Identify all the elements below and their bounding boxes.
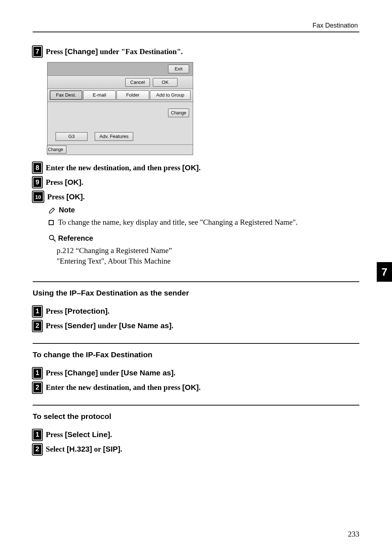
step-keyboard-label: [Change] (65, 47, 98, 56)
step-text: . (110, 430, 112, 439)
section-rule (33, 343, 359, 344)
step-7: 7 Press [Change] under "Fax Destination"… (33, 46, 359, 57)
step-text: . (81, 178, 83, 187)
svg-line-1 (53, 239, 56, 241)
step-text: . (173, 368, 175, 377)
section-heading-sender: Using the IP–Fax Destination as the send… (33, 289, 359, 297)
note-block: Note To change the name, key display and… (49, 206, 359, 228)
step-text: or (92, 445, 103, 453)
step-number-icon: 9 (33, 177, 42, 188)
section-rule (33, 281, 359, 282)
step-text: Enter the new destination, and then pres… (46, 163, 182, 172)
step-keyboard-label: [H.323] (67, 445, 92, 453)
reference-body: p.212 “Changing a Registered Name” "Ente… (57, 245, 359, 267)
section-rule (33, 405, 359, 406)
step-text: Press (47, 192, 66, 201)
note-title-text: Note (59, 206, 75, 214)
reference-line-1: p.212 “Changing a Registered Name” (57, 245, 359, 256)
step-number-icon: 1 (33, 429, 42, 440)
tab-fax-dest[interactable]: Fax Dest. (50, 90, 82, 100)
magnifier-icon (49, 235, 56, 242)
section1-step-1: 1 Press [Protection]. (33, 306, 359, 317)
section2-step-2: 2 Enter the new destination, and then pr… (33, 382, 359, 393)
panel-mid-area: Change G3 Adv. Features (48, 102, 193, 144)
step-number-icon: 8 (33, 162, 42, 173)
note-bullet-icon (49, 220, 54, 225)
step-9: 9 Press [OK]. (33, 177, 359, 188)
step-text: . (121, 445, 122, 453)
header-section-label: Fax Destination (33, 22, 359, 29)
section-heading-change: To change the IP-Fax Destination (33, 350, 359, 359)
cancel-button[interactable]: Cancel (125, 78, 150, 87)
step-number-icon: 1 (33, 306, 42, 317)
step-keyboard-label: [OK] (182, 163, 199, 172)
step-keyboard-label: [Sender] (65, 321, 96, 330)
step-text: . (199, 163, 201, 172)
step-text: Select (46, 445, 67, 453)
step-text: . (171, 321, 173, 330)
adv-features-button[interactable]: Adv. Features (95, 132, 133, 141)
section3-step-2: 2 Select [H.323] or [SIP]. (33, 444, 359, 455)
step-keyboard-label: [OK] (182, 383, 199, 391)
step-text: Press (46, 178, 65, 187)
panel-ok-row: Cancel OK (48, 76, 193, 89)
reference-title: Reference (49, 234, 359, 243)
step-keyboard-label: [Protection] (65, 307, 108, 315)
step-number-icon: 2 (33, 321, 42, 331)
step-keyboard-label: [Use Name as] (119, 321, 172, 330)
step-number-icon: 7 (33, 46, 42, 57)
panel-top-row: Exit (48, 62, 193, 76)
step-text: Press (46, 321, 65, 330)
step-text: under "Fax Destination". (98, 47, 183, 56)
page-number: 233 (348, 530, 360, 539)
header-rule (33, 32, 359, 32)
tab-add-to-group[interactable]: Add to Group (150, 90, 191, 100)
step-number-icon: 1 (33, 368, 42, 379)
step-keyboard-label: [OK] (65, 178, 82, 186)
section1-step-2: 2 Press [Sender] under [Use Name as]. (33, 321, 359, 331)
reference-title-text: Reference (58, 234, 93, 243)
step-text: under (96, 321, 119, 330)
step-text: Press (46, 307, 65, 315)
step-keyboard-label: [Use Name as] (121, 368, 174, 377)
change-button[interactable]: Change (168, 109, 189, 117)
section-heading-protocol: To select the protocol (33, 412, 359, 421)
step-text: under (98, 368, 121, 377)
step-text: Press (46, 47, 65, 56)
note-body-text: To change the name, key display and titl… (58, 218, 298, 227)
step-number-icon: 10 (33, 191, 44, 202)
tab-email[interactable]: E-mail (83, 90, 116, 100)
reference-line-2: "Entering Text", About This Machine (57, 256, 359, 266)
note-body: To change the name, key display and titl… (49, 217, 359, 228)
step-text: . (108, 307, 110, 315)
step-number-icon: 2 (33, 382, 42, 393)
exit-button[interactable]: Exit (168, 65, 189, 73)
step-keyboard-label: [OK] (66, 192, 83, 201)
step-text: Enter the new destination, and then pres… (46, 383, 182, 392)
step-text: . (83, 192, 85, 201)
change-button-bottom[interactable]: Change (47, 146, 66, 154)
panel-bottom-area: Change (48, 144, 193, 155)
step-text: Press (46, 430, 65, 439)
pencil-icon (49, 207, 56, 214)
note-title: Note (49, 206, 359, 214)
chapter-tab: 7 (377, 262, 392, 282)
panel-tabs: Fax Dest. E-mail Folder Add to Group (48, 89, 193, 102)
step-text: . (199, 383, 201, 392)
g3-button[interactable]: G3 (56, 132, 87, 141)
step-10: 10 Press [OK]. (33, 191, 359, 202)
step-8: 8 Enter the new destination, and then pr… (33, 162, 359, 173)
tab-folder[interactable]: Folder (117, 90, 149, 100)
step-keyboard-label: [Change] (65, 368, 98, 377)
step-text: Press (46, 368, 65, 377)
step-number-icon: 2 (33, 444, 42, 455)
step-keyboard-label: [Select Line] (65, 430, 110, 439)
section3-step-1: 1 Press [Select Line]. (33, 429, 359, 440)
section2-step-1: 1 Press [Change] under [Use Name as]. (33, 368, 359, 379)
ok-button[interactable]: OK (153, 78, 177, 87)
fax-destination-panel: Exit Cancel OK Fax Dest. E-mail Folder A… (47, 62, 193, 155)
svg-point-0 (49, 235, 54, 240)
step-keyboard-label: [SIP] (103, 445, 121, 453)
reference-block: Reference p.212 “Changing a Registered N… (49, 234, 359, 267)
